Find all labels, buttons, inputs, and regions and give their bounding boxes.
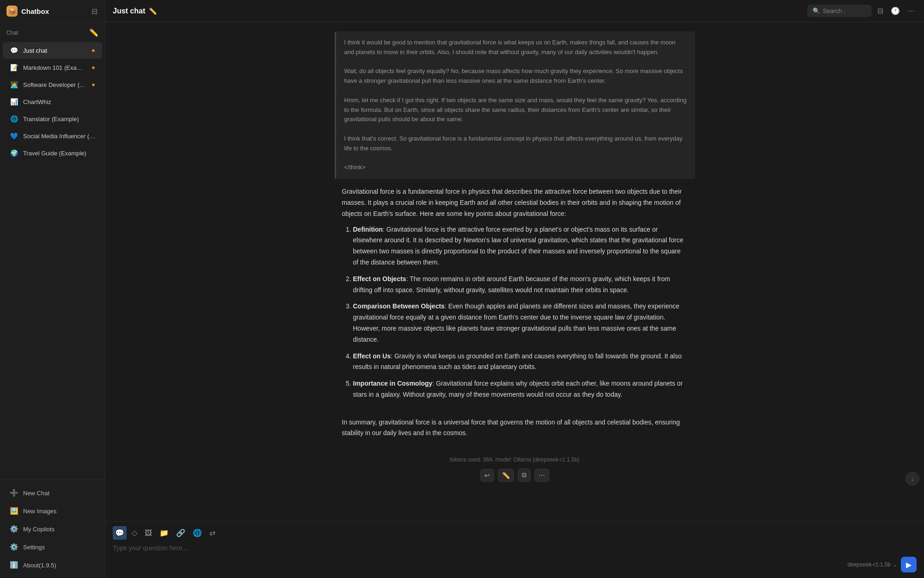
copilots-icon: ⚙️ [9,524,18,534]
list-item-4-term: Effect on Us [353,352,391,360]
chevron-down-icon: ⌄ [893,561,897,568]
chart-icon: 📊 [9,97,18,106]
sidebar-item-travel-guide[interactable]: 🌍 Travel Guide (Example) [3,145,102,161]
thinking-para-4: I think that's correct. So gravitational… [344,134,687,154]
globe-tool-button[interactable]: 🌐 [190,526,204,540]
sidebar-header: 📦 Chatbox ⊟ [0,0,105,23]
sidebar-item-social-media[interactable]: 💙 Social Media Influencer (E... [3,128,102,144]
list-item-2: Effect on Objects: The moon remains in o… [353,274,688,296]
search-icon: 🔍 [813,7,820,14]
layout-toggle-button[interactable]: ⊟ [875,5,885,17]
response-intro: Gravitational force is a fundamental for… [342,186,688,219]
more-options-button[interactable]: ⋯ [906,5,917,17]
social-icon: 💙 [9,131,18,141]
history-button[interactable]: 🕐 [889,5,902,17]
topbar: Just chat ✏️ 🔍 Search , ⊟ 🕐 ⋯ [105,0,924,22]
chat-tool-button[interactable]: 💬 [113,526,127,540]
message-input[interactable] [113,543,917,553]
chat-icon: 💬 [9,46,18,55]
input-toolbar: 💬 ◇ 🖼 📁 🔗 🌐 ⇄ [113,526,917,540]
sidebar: 📦 Chatbox ⊟ Chat ✏️ 💬 Just chat ★ 📝 Mark… [0,0,105,578]
new-chat-label: New Chat [23,490,49,497]
sidebar-item-markdown[interactable]: 📝 Markdown 101 (Exam... ★ [3,59,102,76]
new-chat-button[interactable]: ➕ New Chat [3,484,102,502]
input-area: 💬 ◇ 🖼 📁 🔗 🌐 ⇄ deepseek-r1:1.5b ⌄ ▶ [105,521,924,578]
thinking-tag: </think> [344,163,687,172]
thinking-para-2: Wait, do all objects feel gravity equall… [344,67,687,86]
chat-title: Just chat ✏️ [113,7,802,15]
settings-label: Settings [23,544,45,551]
chat-list: 💬 Just chat ★ 📝 Markdown 101 (Exam... ★ … [0,40,105,480]
search-bar[interactable]: 🔍 Search , [807,5,872,17]
topbar-actions: 🔍 Search , ⊟ 🕐 ⋯ [807,5,917,17]
new-images-label: New Images [23,508,56,515]
list-item-4: Effect on Us: Gravity is what keeps us g… [353,351,688,373]
response-summary: In summary, gravitational force is a uni… [342,417,688,439]
sidebar-item-label: Just chat [23,47,86,54]
erase-tool-button[interactable]: ◇ [129,526,140,540]
sidebar-item-translator[interactable]: 🌐 Translator (Example) [3,111,102,127]
link-tool-button[interactable]: 🔗 [174,526,188,540]
thinking-para-1: I think it would be good to mention that… [344,38,687,57]
edit-title-button[interactable]: ✏️ [149,7,157,15]
new-chat-icon-button[interactable]: ✏️ [89,28,98,37]
star-icon: ★ [91,48,96,54]
model-selector-button[interactable]: deepseek-r1:1.5b ⌄ [848,561,897,568]
flow-tool-button[interactable]: ⇄ [207,526,218,540]
response-list: Definition: Gravitational force is the a… [342,224,688,400]
about-label: About(1.9.5) [23,562,56,569]
main-content: Just chat ✏️ 🔍 Search , ⊟ 🕐 ⋯ I think it… [105,0,924,578]
sidebar-section: Chat ✏️ [0,23,105,40]
response-text: Gravitational force is a fundamental for… [342,186,688,439]
list-item-3: Comparison Between Objects: Even though … [353,301,688,345]
plus-icon: ➕ [9,488,18,498]
sidebar-item-chartwhiz[interactable]: 📊 ChartWhiz [3,93,102,110]
model-name-label: deepseek-r1:1.5b [848,561,891,568]
translator-icon: 🌐 [9,114,18,123]
list-item-5-term: Importance in Cosmology [353,380,433,387]
new-images-button[interactable]: 🖼️ New Images [3,502,102,520]
list-item-4-text: : Gravity is what keeps us grounded on E… [353,352,682,371]
sidebar-item-label: Translator (Example) [23,116,96,123]
list-item-1-term: Definition [353,226,383,233]
list-item-5: Importance in Cosmology: Gravitational f… [353,378,688,400]
edit-message-button[interactable]: ✏️ [498,469,514,482]
app-title: Chatbox [21,7,87,15]
list-item-1-text: : Gravitational force is the attractive … [353,226,684,266]
regenerate-button[interactable]: ↩ [480,469,494,482]
my-copilots-label: My Copilots [23,526,55,533]
chat-area: I think it would be good to mention that… [105,22,924,521]
sidebar-item-label: Social Media Influencer (E... [23,133,96,140]
list-item-2-term: Effect on Objects [353,275,406,283]
app-icon: 📦 [6,6,18,17]
dev-icon: 👩‍💻 [9,80,18,89]
star-icon: ★ [91,65,96,71]
sidebar-toggle-button[interactable]: ⊟ [91,6,98,17]
sidebar-item-label: Travel Guide (Example) [23,150,96,157]
scroll-to-bottom-button[interactable]: ↓ [906,472,919,486]
send-button[interactable]: ▶ [901,557,917,572]
image-icon: 🖼️ [9,506,18,516]
response-block: Gravitational force is a fundamental for… [335,186,695,443]
thinking-block: I think it would be good to mention that… [335,31,695,179]
input-footer: deepseek-r1:1.5b ⌄ ▶ [113,557,917,572]
folder-tool-button[interactable]: 📁 [157,526,171,540]
star-icon: ★ [91,82,96,88]
sidebar-item-label: ChartWhiz [23,98,96,105]
copy-message-button[interactable]: ⧉ [518,468,531,482]
token-info: tokens used: 384, model: Ollama (deepsee… [335,456,695,463]
about-button[interactable]: ℹ️ About(1.9.5) [3,556,102,574]
more-message-button[interactable]: ⋯ [534,469,549,482]
sidebar-item-just-chat[interactable]: 💬 Just chat ★ [3,42,102,59]
sidebar-bottom: ➕ New Chat 🖼️ New Images ⚙️ My Copilots … [0,480,105,578]
list-item-1: Definition: Gravitational force is the a… [353,224,688,268]
thinking-para-3: Hmm, let me check if I got this right. I… [344,96,687,124]
sidebar-item-software-developer[interactable]: 👩‍💻 Software Developer (... ★ [3,76,102,93]
info-icon: ℹ️ [9,560,18,570]
image-tool-button[interactable]: 🖼 [142,527,154,540]
list-item-3-term: Comparison Between Objects [353,302,445,310]
settings-button[interactable]: ⚙️ Settings [3,538,102,556]
my-copilots-button[interactable]: ⚙️ My Copilots [3,520,102,538]
sidebar-item-label: Markdown 101 (Exam... [23,64,86,71]
markdown-icon: 📝 [9,63,18,72]
